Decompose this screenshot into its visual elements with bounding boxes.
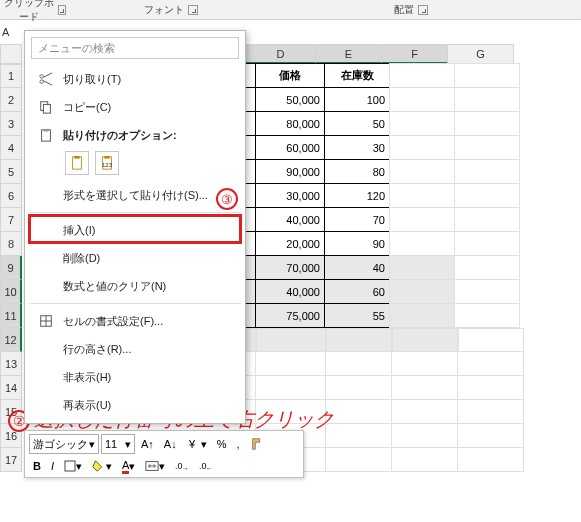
paste-option-default[interactable] bbox=[65, 151, 89, 175]
svg-text:¥: ¥ bbox=[188, 438, 196, 450]
paste-option-values[interactable]: 123 bbox=[95, 151, 119, 175]
column-header-d[interactable]: D bbox=[246, 44, 316, 64]
cell-stock[interactable]: 40 bbox=[324, 255, 390, 280]
cell-stock[interactable]: 90 bbox=[324, 231, 390, 256]
cell-stock[interactable]: 80 bbox=[324, 159, 390, 184]
row-header-3[interactable]: 3 bbox=[0, 112, 22, 136]
svg-rect-3 bbox=[43, 129, 48, 132]
row-header-7[interactable]: 7 bbox=[0, 208, 22, 232]
mini-size-select[interactable]: 11▾ bbox=[101, 434, 135, 454]
ribbon-clipboard-label: クリップボード bbox=[4, 0, 54, 24]
scissors-icon bbox=[35, 70, 57, 88]
menu-clear[interactable]: 数式と値のクリア(N) bbox=[25, 272, 245, 300]
svg-text:123: 123 bbox=[102, 161, 113, 168]
menu-search-input[interactable]: メニューの検索 bbox=[31, 37, 239, 59]
cell-price[interactable]: 70,000 bbox=[255, 255, 325, 280]
menu-hide[interactable]: 非表示(H) bbox=[25, 363, 245, 391]
mini-font-color[interactable]: A▾ bbox=[118, 456, 139, 476]
mini-font-select[interactable]: 游ゴシック▾ bbox=[29, 434, 99, 454]
mini-percent[interactable]: % bbox=[213, 434, 231, 454]
menu-format-cells[interactable]: セルの書式設定(F)... bbox=[25, 307, 245, 335]
row-header-9[interactable]: 9 bbox=[0, 256, 22, 280]
mini-merge[interactable]: ▾ bbox=[141, 456, 169, 476]
row-header-8[interactable]: 8 bbox=[0, 232, 22, 256]
menu-separator bbox=[29, 212, 241, 213]
svg-rect-5 bbox=[74, 156, 79, 159]
clipboard-icon bbox=[35, 126, 57, 144]
mini-bold[interactable]: B bbox=[29, 456, 45, 476]
cell-stock[interactable]: 50 bbox=[324, 111, 390, 136]
mini-accounting-format[interactable]: ¥▾ bbox=[183, 434, 211, 454]
ribbon-group-labels: クリップボード フォント 配置 bbox=[0, 0, 581, 20]
row-header-17[interactable]: 17 bbox=[0, 448, 22, 472]
row-header-12[interactable]: 12 bbox=[0, 328, 22, 352]
cell-stock[interactable]: 30 bbox=[324, 135, 390, 160]
copy-icon bbox=[35, 98, 57, 116]
cell-stock[interactable]: 55 bbox=[324, 303, 390, 328]
column-header-e[interactable]: E bbox=[316, 44, 382, 64]
ribbon-font-label: フォント bbox=[144, 3, 184, 17]
row-header-6[interactable]: 6 bbox=[0, 184, 22, 208]
menu-copy[interactable]: コピー(C) bbox=[25, 93, 245, 121]
svg-rect-7 bbox=[104, 156, 109, 159]
row-header-1[interactable]: 1 bbox=[0, 64, 22, 88]
ribbon-alignment-label: 配置 bbox=[394, 3, 414, 17]
row-header-5[interactable]: 5 bbox=[0, 160, 22, 184]
menu-unhide[interactable]: 再表示(U) bbox=[25, 391, 245, 419]
menu-delete[interactable]: 削除(D) bbox=[25, 244, 245, 272]
mini-format-painter[interactable] bbox=[246, 434, 268, 454]
menu-paste-special[interactable]: 形式を選択して貼り付け(S)... bbox=[25, 181, 245, 209]
cell-price[interactable]: 50,000 bbox=[255, 87, 325, 112]
cell-stock[interactable]: 120 bbox=[324, 183, 390, 208]
row-header-11[interactable]: 11 bbox=[0, 304, 22, 328]
row-header-10[interactable]: 10 bbox=[0, 280, 22, 304]
cell-price[interactable]: 60,000 bbox=[255, 135, 325, 160]
svg-text:←: ← bbox=[206, 465, 213, 472]
menu-cut[interactable]: 切り取り(T) bbox=[25, 65, 245, 93]
cell-price[interactable]: 80,000 bbox=[255, 111, 325, 136]
mini-toolbar: 游ゴシック▾ 11▾ A↑ A↓ ¥▾ % , B I ▾ ▾ A▾ ▾ .0→… bbox=[24, 430, 304, 478]
mini-increase-decimal[interactable]: .0→ bbox=[171, 456, 193, 476]
cell-stock[interactable]: 60 bbox=[324, 279, 390, 304]
mini-fill-color[interactable]: ▾ bbox=[88, 456, 116, 476]
svg-rect-13 bbox=[65, 461, 75, 471]
annotation-step3: ③ bbox=[216, 188, 238, 210]
context-menu: メニューの検索 切り取り(T) コピー(C) 貼り付けのオプション: 123 形… bbox=[24, 30, 246, 424]
cell-price[interactable]: 90,000 bbox=[255, 159, 325, 184]
cell-stock[interactable]: 100 bbox=[324, 87, 390, 112]
format-cells-icon bbox=[35, 312, 57, 330]
row-header-4[interactable]: 4 bbox=[0, 136, 22, 160]
header-price[interactable]: 価格 bbox=[255, 63, 325, 88]
cell-price[interactable]: 40,000 bbox=[255, 279, 325, 304]
name-box[interactable]: A bbox=[2, 26, 20, 38]
cell-price[interactable]: 75,000 bbox=[255, 303, 325, 328]
column-header-f[interactable]: F bbox=[382, 44, 448, 64]
mini-borders[interactable]: ▾ bbox=[60, 456, 86, 476]
menu-paste-options-label: 貼り付けのオプション: bbox=[25, 121, 245, 149]
mini-decrease-decimal[interactable]: .0← bbox=[195, 456, 217, 476]
menu-separator bbox=[29, 303, 241, 304]
svg-text:→: → bbox=[182, 465, 189, 472]
mini-comma[interactable]: , bbox=[232, 434, 243, 454]
cell-price[interactable]: 20,000 bbox=[255, 231, 325, 256]
row-header-2[interactable]: 2 bbox=[0, 88, 22, 112]
cell-price[interactable]: 30,000 bbox=[255, 183, 325, 208]
mini-decrease-font[interactable]: A↓ bbox=[160, 434, 181, 454]
mini-increase-font[interactable]: A↑ bbox=[137, 434, 158, 454]
cell-stock[interactable]: 70 bbox=[324, 207, 390, 232]
cell-price[interactable]: 40,000 bbox=[255, 207, 325, 232]
row-header-14[interactable]: 14 bbox=[0, 376, 22, 400]
font-dialog-launcher[interactable] bbox=[188, 5, 198, 15]
row-header-13[interactable]: 13 bbox=[0, 352, 22, 376]
svg-rect-4 bbox=[73, 157, 82, 169]
alignment-dialog-launcher[interactable] bbox=[418, 5, 428, 15]
menu-insert[interactable]: 挿入(I) bbox=[25, 216, 245, 244]
svg-rect-1 bbox=[43, 104, 50, 113]
clipboard-dialog-launcher[interactable] bbox=[58, 5, 66, 15]
column-header-g[interactable]: G bbox=[448, 44, 514, 64]
header-stock[interactable]: 在庫数 bbox=[324, 63, 390, 88]
mini-italic[interactable]: I bbox=[47, 456, 58, 476]
menu-row-height[interactable]: 行の高さ(R)... bbox=[25, 335, 245, 363]
select-all-corner[interactable] bbox=[0, 44, 22, 64]
